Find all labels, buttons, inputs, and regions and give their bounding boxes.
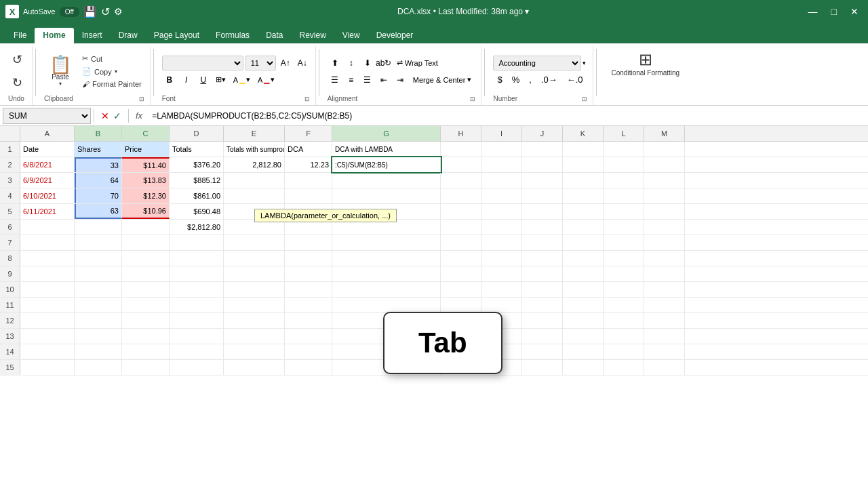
save-icon[interactable]: 💾 [83, 5, 97, 18]
cell-a1[interactable]: Date [20, 142, 75, 157]
cell-f14[interactable] [285, 344, 332, 359]
cell-m4[interactable] [644, 188, 685, 203]
cell-k15[interactable] [563, 360, 604, 375]
cell-a4[interactable]: 6/10/2021 [20, 188, 75, 203]
clipboard-launcher[interactable]: ⊡ [139, 96, 144, 102]
cell-d11[interactable] [170, 298, 224, 312]
row-num-1[interactable]: 1 [0, 142, 20, 157]
cell-c13[interactable] [122, 329, 170, 344]
cell-a11[interactable] [20, 298, 75, 312]
cell-m14[interactable] [644, 344, 685, 359]
format-painter-button[interactable]: 🖌 Format Painter [79, 79, 144, 89]
number-format-dropdown[interactable]: ▾ [583, 60, 586, 66]
tab-data[interactable]: Data [258, 28, 291, 43]
merge-center-button[interactable]: Merge & Center▾ [409, 74, 476, 85]
alignment-launcher[interactable]: ⊡ [470, 96, 475, 102]
cell-b9[interactable] [75, 266, 122, 281]
cell-k1[interactable] [563, 142, 604, 157]
cell-h6[interactable] [441, 220, 481, 235]
cell-j8[interactable] [522, 251, 563, 266]
cell-h3[interactable] [441, 173, 481, 188]
cell-m15[interactable] [644, 360, 685, 375]
cell-g2[interactable]: :C5)/SUM(B2:B5) [332, 157, 441, 172]
cell-j2[interactable] [522, 157, 563, 172]
cell-f9[interactable] [285, 266, 332, 281]
tab-home[interactable]: Home [35, 28, 73, 43]
wrap-text-button[interactable]: ⇌ Wrap Text [393, 57, 442, 68]
cell-a7[interactable] [20, 235, 75, 250]
row-num-5[interactable]: 5 [0, 204, 20, 219]
cell-c10[interactable] [122, 282, 170, 297]
align-top-button[interactable]: ⬆ [328, 56, 342, 70]
cell-e6[interactable] [224, 220, 285, 235]
redo-button[interactable]: ↻ [8, 73, 26, 93]
cell-j15[interactable] [522, 360, 563, 375]
cell-j3[interactable] [522, 173, 563, 188]
cell-c7[interactable] [122, 235, 170, 250]
cell-d4[interactable]: $861.00 [170, 188, 224, 203]
cell-j12[interactable] [522, 313, 563, 328]
autosave-toggle[interactable]: Off [60, 7, 79, 17]
cell-b1[interactable]: Shares [75, 142, 122, 157]
cell-l7[interactable] [604, 235, 644, 250]
cell-h5[interactable] [441, 204, 481, 219]
cell-g7[interactable] [332, 235, 441, 250]
cell-k12[interactable] [563, 313, 604, 328]
cell-b3[interactable]: 64 [75, 173, 122, 188]
align-middle-button[interactable]: ↕ [344, 56, 359, 70]
comma-button[interactable]: , [525, 73, 536, 87]
cell-j1[interactable] [522, 142, 563, 157]
cell-g6[interactable] [332, 220, 441, 235]
cell-c2[interactable]: $11.40 [122, 157, 170, 172]
decrease-decimal-button[interactable]: ←.0 [563, 73, 587, 87]
cell-j9[interactable] [522, 266, 563, 281]
cell-k9[interactable] [563, 266, 604, 281]
cell-e13[interactable] [224, 329, 285, 344]
cell-l6[interactable] [604, 220, 644, 235]
tab-view[interactable]: View [334, 28, 368, 43]
cell-m11[interactable] [644, 298, 685, 312]
cell-m13[interactable] [644, 329, 685, 344]
cell-h4[interactable] [441, 188, 481, 203]
row-num-15[interactable]: 15 [0, 360, 20, 375]
cell-i6[interactable] [481, 220, 522, 235]
row-num-10[interactable]: 10 [0, 282, 20, 297]
cell-i3[interactable] [481, 173, 522, 188]
cell-d7[interactable] [170, 235, 224, 250]
cell-b6[interactable] [75, 220, 122, 235]
cell-l13[interactable] [604, 329, 644, 344]
formula-input[interactable] [149, 108, 865, 124]
align-bottom-button[interactable]: ⬇ [360, 56, 375, 70]
cell-f2[interactable]: 12.23 [285, 157, 332, 172]
cell-j11[interactable] [522, 298, 563, 312]
cell-c8[interactable] [122, 251, 170, 266]
paste-button[interactable]: 📋 Paste ▾ [44, 53, 77, 89]
cell-i9[interactable] [481, 266, 522, 281]
minimize-icon[interactable]: — [804, 6, 822, 17]
cell-e3[interactable] [224, 173, 285, 188]
cell-g8[interactable] [332, 251, 441, 266]
cell-k10[interactable] [563, 282, 604, 297]
row-num-6[interactable]: 6 [0, 220, 20, 235]
increase-decimal-button[interactable]: .0→ [537, 73, 561, 87]
tab-file[interactable]: File [5, 28, 35, 43]
cell-b13[interactable] [75, 329, 122, 344]
italic-button[interactable]: I [179, 73, 194, 87]
cell-h7[interactable] [441, 235, 481, 250]
cell-d14[interactable] [170, 344, 224, 359]
tab-developer[interactable]: Developer [368, 28, 422, 43]
row-num-12[interactable]: 12 [0, 313, 20, 328]
cell-d8[interactable] [170, 251, 224, 266]
cell-k2[interactable] [563, 157, 604, 172]
cell-a6[interactable] [20, 220, 75, 235]
underline-button[interactable]: U [196, 73, 211, 87]
cell-d15[interactable] [170, 360, 224, 375]
maximize-icon[interactable]: □ [827, 6, 841, 17]
cell-m9[interactable] [644, 266, 685, 281]
cell-a2[interactable]: 6/8/2021 [20, 157, 75, 172]
cell-m5[interactable] [644, 204, 685, 219]
copy-button[interactable]: 📄 Copy ▾ [79, 66, 144, 77]
undo-icon-tb[interactable]: ↺ [101, 5, 110, 18]
cell-b11[interactable] [75, 298, 122, 312]
cell-c14[interactable] [122, 344, 170, 359]
